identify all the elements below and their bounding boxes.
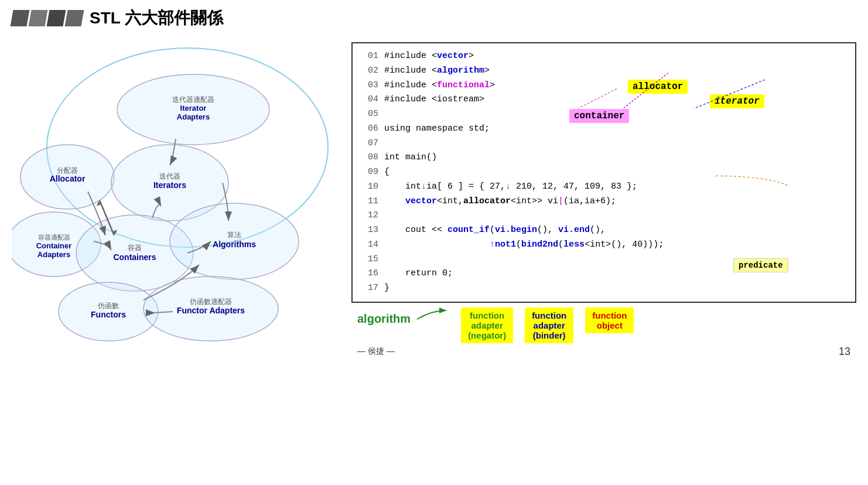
code-line-01: 01 #include <vector>	[362, 49, 846, 64]
code-line-04: 04 #include <iostream>	[362, 93, 846, 107]
svg-text:Container: Container	[36, 241, 72, 250]
page-title: STL 六大部件關係	[90, 7, 223, 29]
code-line-13: 13 cout << count_if(vi.begin(), vi.end()…	[362, 223, 846, 238]
page-number: 13	[839, 346, 850, 358]
main-content: 迭代器適配器 Iterator Adapters 分配器 Allocator 迭…	[0, 36, 868, 470]
author-label: — 侯捷 —	[357, 346, 395, 357]
svg-text:仿函數: 仿函數	[97, 302, 119, 310]
svg-text:算法: 算法	[227, 231, 241, 239]
logo-stripes	[12, 10, 83, 26]
svg-text:容器: 容器	[128, 244, 142, 252]
func-object-label: functionobject	[585, 308, 634, 333]
label-predicate: predicate	[733, 258, 788, 272]
code-line-07: 07	[362, 136, 846, 151]
algorithm-label: algorithm	[357, 312, 411, 326]
code-line-08: 08 int main()	[362, 151, 846, 165]
label-allocator: allocator	[628, 80, 688, 94]
diagram-svg: 迭代器適配器 Iterator Adapters 分配器 Allocator 迭…	[12, 42, 340, 440]
code-line-03: 03 #include <functional>	[362, 78, 846, 93]
code-line-14: 14 ↑not1(bind2nd(less<int>(), 40)));	[362, 238, 846, 252]
svg-text:Allocator: Allocator	[50, 174, 86, 183]
code-line-06: 06 using namespace std;	[362, 122, 846, 136]
stripe-2	[29, 10, 48, 26]
label-iterator: iterator	[710, 94, 764, 108]
svg-text:Adapters: Adapters	[177, 112, 210, 121]
code-line-11: 11 vector<int,allocator<int>> vi|(ia,ia+…	[362, 194, 846, 209]
stripe-4	[65, 10, 84, 26]
svg-text:Iterators: Iterators	[153, 180, 186, 190]
svg-text:迭代器適配器: 迭代器適配器	[172, 95, 214, 104]
func-adapter-binder-label: functionadapter(binder)	[525, 308, 573, 343]
svg-text:迭代器: 迭代器	[159, 172, 180, 180]
code-panel-wrapper: 01 #include <vector> 02 #include <algori…	[351, 42, 856, 464]
svg-text:容器適配器: 容器適配器	[38, 234, 70, 241]
code-line-02: 02 #include <algorithm>	[362, 64, 846, 78]
svg-text:分配器: 分配器	[57, 166, 78, 175]
diagram-area: 迭代器適配器 Iterator Adapters 分配器 Allocator 迭…	[12, 42, 340, 464]
stripe-3	[47, 10, 66, 26]
svg-text:Adapters: Adapters	[37, 250, 70, 259]
svg-text:仿函數適配器: 仿函數適配器	[189, 298, 232, 306]
stripe-1	[11, 10, 30, 26]
svg-text:Functors: Functors	[91, 310, 126, 319]
code-line-17: 17 }	[362, 281, 846, 296]
header: STL 六大部件關係	[0, 0, 868, 36]
algorithm-arrow	[414, 308, 449, 331]
code-line-12: 12	[362, 209, 846, 223]
code-line-10: 10 int↓ia[ 6 ] = { 27,↓ 210, 12, 47, 109…	[362, 180, 846, 194]
svg-text:Functor Adapters: Functor Adapters	[177, 306, 245, 315]
svg-text:Algorithms: Algorithms	[213, 240, 256, 249]
code-line-09: 09 {	[362, 165, 846, 180]
code-panel: 01 #include <vector> 02 #include <algori…	[351, 42, 856, 303]
svg-text:Iterator: Iterator	[180, 104, 207, 112]
func-adapter-negator-label: functionadapter(negator)	[461, 308, 513, 343]
svg-text:Containers: Containers	[113, 252, 156, 262]
footer-row: — 侯捷 — 13	[351, 343, 856, 358]
bottom-annotations: algorithm functionadapter(negator) funct…	[351, 303, 856, 343]
label-container: container	[569, 109, 629, 123]
